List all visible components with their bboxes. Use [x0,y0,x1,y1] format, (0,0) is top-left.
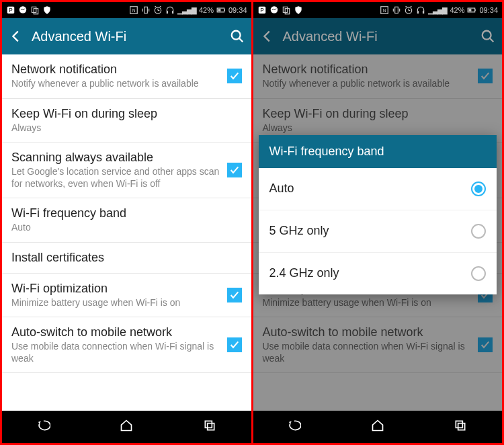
checkbox[interactable] [227,163,242,177]
svg-rect-31 [395,7,398,13]
item-title: Wi-Fi optimization [11,282,222,296]
alarm-icon [404,5,413,15]
item-scanning-always[interactable]: Scanning always available Let Google's l… [2,143,251,198]
battery-icon [467,5,476,15]
headphones-icon [416,5,425,15]
svg-line-37 [406,6,407,7]
svg-line-21 [239,38,243,42]
svg-rect-16 [172,11,173,13]
item-frequency-band[interactable]: Wi-Fi frequency band Auto [2,198,251,243]
radio-selected[interactable] [471,181,486,196]
copy-icon [282,5,291,15]
shield-icon [42,5,52,15]
item-network-notification[interactable]: Network notification Notify whenever a p… [2,54,251,99]
battery-text: 42% [199,6,214,14]
svg-text:N: N [132,8,136,13]
messenger-icon [269,5,279,15]
svg-line-14 [160,6,161,7]
nav-back[interactable] [288,419,301,435]
checkbox[interactable] [227,69,242,83]
checkbox[interactable] [227,337,242,352]
checkbox[interactable] [227,288,242,302]
radio[interactable] [471,266,486,281]
svg-rect-23 [207,423,214,430]
svg-rect-18 [224,9,225,11]
home-icon [120,419,133,432]
svg-rect-46 [456,421,463,428]
recent-icon [454,419,467,432]
shield-icon [294,5,303,15]
option-label: Auto [269,181,294,196]
nav-bar [2,411,251,443]
item-title: Wi-Fi frequency band [11,206,242,220]
back-icon [37,419,50,432]
search-button[interactable] [230,29,245,44]
nfc-icon: N [129,5,138,15]
nav-recent[interactable] [203,419,216,435]
nav-home[interactable] [371,419,384,435]
alarm-icon [153,5,163,15]
signal-icon: ▁▃▅▇ [428,7,447,14]
dialog-scrim[interactable]: Wi-Fi frequency band Auto 5 GHz only 2.4… [253,18,503,411]
check-icon [229,71,240,81]
option-label: 5 GHz only [269,224,329,238]
item-title: Scanning always available [11,151,222,165]
svg-rect-47 [458,423,465,430]
svg-rect-39 [417,11,419,13]
signal-icon: ▁▃▅▇ [177,7,196,14]
check-icon [229,339,240,350]
vibrate-icon [392,5,401,15]
app-header: Advanced Wi-Fi [2,18,251,54]
nav-home[interactable] [120,419,133,435]
notif-icon: P [257,5,267,15]
copy-icon [30,5,40,15]
item-title: Keep Wi-Fi on during sleep [11,107,242,121]
svg-rect-7 [144,7,148,13]
check-icon [229,165,240,175]
back-button[interactable] [9,29,32,44]
item-title: Network notification [11,63,222,77]
svg-text:N: N [383,8,386,13]
home-icon [371,419,384,432]
item-install-certificates[interactable]: Install certificates [2,243,251,274]
item-auto-switch[interactable]: Auto-switch to mobile network Use mobile… [2,317,251,373]
radio[interactable] [471,224,486,239]
svg-point-20 [231,31,240,40]
dialog-option-auto[interactable]: Auto [259,168,497,210]
svg-line-13 [155,6,156,7]
item-keep-wifi-sleep[interactable]: Keep Wi-Fi on during sleep Always [2,99,251,143]
status-bar: P N ▁▃▅▇ 42% 09:34 [2,2,251,18]
item-subtitle: Use mobile data connection when Wi-Fi si… [11,341,222,364]
item-title: Install certificates [11,251,242,265]
nav-bar [253,411,503,443]
status-bar: P N ▁▃▅▇ 42% 09:34 [253,2,503,18]
svg-rect-42 [475,9,476,11]
item-subtitle: Minimize battery usage when Wi-Fi is on [11,297,222,309]
dialog-title: Wi-Fi frequency band [259,135,497,168]
svg-rect-19 [218,9,220,11]
item-subtitle: Always [11,122,242,134]
svg-rect-15 [167,11,168,13]
vibrate-icon [141,5,151,15]
search-icon [230,29,245,44]
dialog-option-24ghz[interactable]: 2.4 GHz only [259,253,497,294]
notif-icon: P [6,5,15,15]
check-icon [229,290,240,300]
svg-rect-40 [423,11,424,13]
item-subtitle: Let Google's location service and other … [11,166,222,190]
messenger-icon [18,5,28,15]
nav-back[interactable] [37,419,50,435]
page-title: Advanced Wi-Fi [32,29,126,44]
phone-right: P N ▁▃▅▇ 42% 09:34 Advanced Wi-Fi Networ [253,2,503,443]
svg-line-38 [411,6,412,7]
dialog-option-5ghz[interactable]: 5 GHz only [259,210,497,253]
item-subtitle: Auto [11,222,242,234]
item-title: Auto-switch to mobile network [11,325,222,339]
item-wifi-optimization[interactable]: Wi-Fi optimization Minimize battery usag… [2,274,251,318]
frequency-dialog: Wi-Fi frequency band Auto 5 GHz only 2.4… [259,135,497,294]
back-icon [288,419,301,432]
headphones-icon [165,5,175,15]
svg-rect-43 [469,9,472,11]
nav-recent[interactable] [454,419,467,435]
clock-text: 09:34 [228,6,247,14]
